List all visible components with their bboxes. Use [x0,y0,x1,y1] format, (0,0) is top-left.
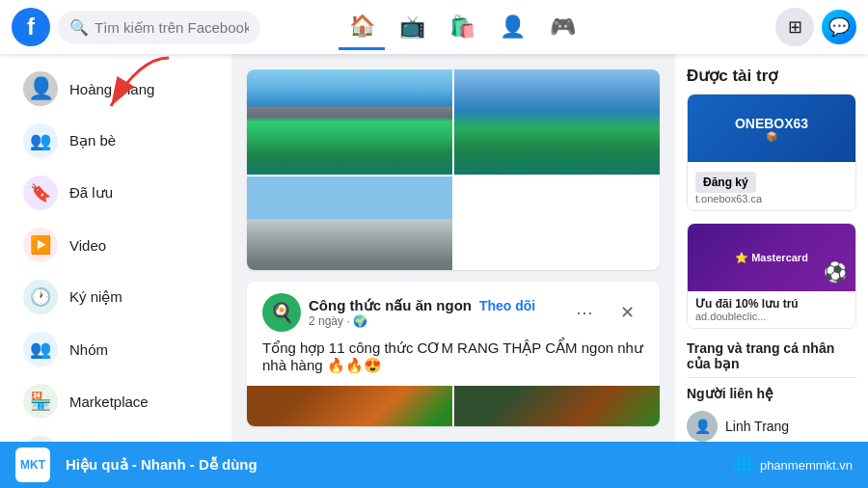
ad-card-1[interactable]: ONEBOX63 📦 Đăng ký t.onebox63.ca [687,94,856,211]
sidebar-item-video[interactable]: ▶️ Video [8,220,224,270]
bottom-bar: MKT Hiệu quả - Nhanh - Dễ dùng 🌐 phanmem… [0,442,868,488]
memories-icon: 🕐 [23,280,58,314]
ad-signup-button[interactable]: Đăng ký [695,172,756,193]
friends-icon: 👥 [23,123,58,158]
mkt-logo-text: MKT [20,458,45,472]
search-icon: 🔍 [69,18,89,37]
left-sidebar: 👤 Hoàng Giang 👥 Bạn bè 🔖 Đã lưu ▶️ Video… [0,54,231,442]
ad-info-2: Ưu đãi 10% lưu trú ad.doubleclic... [688,291,855,328]
mkt-logo: MKT [15,447,50,482]
apps-button[interactable]: ⊞ [775,8,814,46]
website-url: phanmemmkt.vn [760,458,853,473]
ad-title-2: Ưu đãi 10% lưu trú [695,297,848,311]
sidebar-item-saved[interactable]: 🔖 Đã lưu [8,168,224,218]
post-page-avatar: 🍳 [262,293,301,332]
groups-icon: 👥 [23,332,58,366]
user-name: Hoàng Giang [69,81,154,97]
sidebar-item-groups[interactable]: 👥 Nhóm [8,324,224,374]
groups-label: Nhóm [69,341,108,358]
nav-right: ⊞ 💬 [664,8,856,46]
friends-label: Bạn bè [69,132,116,149]
ad-image-2: ⭐ Mastercard ⚽ [688,224,855,291]
post-card-cooking: 🍳 Công thức nấu ăn ngon Theo dõi 2 ngày … [247,282,660,426]
ad-image-1: ONEBOX63 📦 [688,95,855,162]
facebook-logo: f [12,8,50,46]
contact-item-1[interactable]: 👤 Linh Trang [687,407,856,442]
bottom-logo-area: MKT Hiệu quả - Nhanh - Dễ dùng [15,447,258,482]
post-image-top-right [454,69,660,175]
search-bar[interactable]: 🔍 [58,11,260,44]
nav-marketplace-button[interactable]: 🛍️ [439,4,485,50]
ad-card-2[interactable]: ⭐ Mastercard ⚽ Ưu đãi 10% lưu trú ad.dou… [687,223,856,329]
nav-profile-button[interactable]: 👤 [489,4,535,50]
page-name: Công thức nấu ăn ngon [309,297,472,313]
bottom-website: 🌐 phanmemmkt.vn [733,454,853,475]
saved-label: Đã lưu [69,184,113,202]
right-divider [687,377,856,378]
nav-video-button[interactable]: 📺 [389,4,435,50]
sidebar-item-friends[interactable]: 👥 Bạn bè [8,116,224,166]
sponsored-title: Được tài trợ [687,66,856,86]
bottom-slogan: Hiệu quả - Nhanh - Dễ dùng [66,456,258,474]
main-layout: 👤 Hoàng Giang 👥 Bạn bè 🔖 Đã lưu ▶️ Video… [0,54,868,442]
ad-info-1: Đăng ký t.onebox63.ca [688,162,855,210]
sidebar-item-memories[interactable]: 🕐 Ký niệm [8,272,224,322]
video-icon: ▶️ [23,228,58,262]
post-food-images [247,386,660,426]
memories-label: Ký niệm [69,288,122,306]
pages-title: Trang và trang cá nhân của bạn [687,340,856,371]
post-card-images: ❤️ 👍 100 13 bình luận 1 lượt chia sẻ 👍 T… [247,69,660,270]
post-time: 2 ngày · 🌍 [309,314,559,328]
user-avatar: 👤 [23,71,58,106]
post-images-grid [247,69,660,270]
sidebar-item-marketplace[interactable]: 🏪 Marketplace [8,376,224,426]
post-image-main [247,69,452,175]
globe-icon: 🌐 [733,454,754,475]
news-feed: ❤️ 👍 100 13 bình luận 1 lượt chia sẻ 👍 T… [231,54,675,442]
post-options-button[interactable]: ⋯ [567,295,602,330]
food-image-1 [247,386,452,426]
search-input[interactable] [95,19,249,36]
nav-center: 🏠 📺 🛍️ 👤 🎮 [260,4,664,50]
ad-source-2: ad.doubleclic... [695,311,848,322]
nav-gaming-button[interactable]: 🎮 [539,4,585,50]
nav-home-button[interactable]: 🏠 [339,4,385,50]
follow-link[interactable]: Theo dõi [479,298,535,313]
sidebar-user-profile[interactable]: 👤 Hoàng Giang [8,64,224,114]
ad-source-1: t.onebox63.ca [695,193,848,204]
messenger-button[interactable]: 💬 [822,10,856,44]
contact-name-1: Linh Trang [725,419,789,434]
saved-icon: 🔖 [23,176,58,210]
post-content: Tổng hợp 11 công thức CƠM RANG THẬP CẨM … [247,339,660,386]
post-image-bottom-right [247,176,452,270]
food-image-2 [454,386,660,426]
sidebar-item-feed[interactable]: 📰 Bảng feed [8,428,224,442]
marketplace-label: Marketplace [69,393,149,410]
video-label: Video [69,237,106,254]
nav-left: f 🔍 [12,8,260,46]
top-navigation: f 🔍 🏠 📺 🛍️ 👤 🎮 ⊞ 💬 [0,0,868,54]
marketplace-icon: 🏪 [23,384,58,419]
post-close-button[interactable]: ✕ [610,295,644,330]
post-meta: Công thức nấu ăn ngon Theo dõi 2 ngày · … [309,297,559,328]
contacts-title: Người liên hệ [687,386,856,401]
post-header: 🍳 Công thức nấu ăn ngon Theo dõi 2 ngày … [247,282,660,339]
right-sidebar: Được tài trợ ONEBOX63 📦 Đăng ký t.onebox… [675,54,868,442]
contact-avatar-1: 👤 [687,411,718,442]
